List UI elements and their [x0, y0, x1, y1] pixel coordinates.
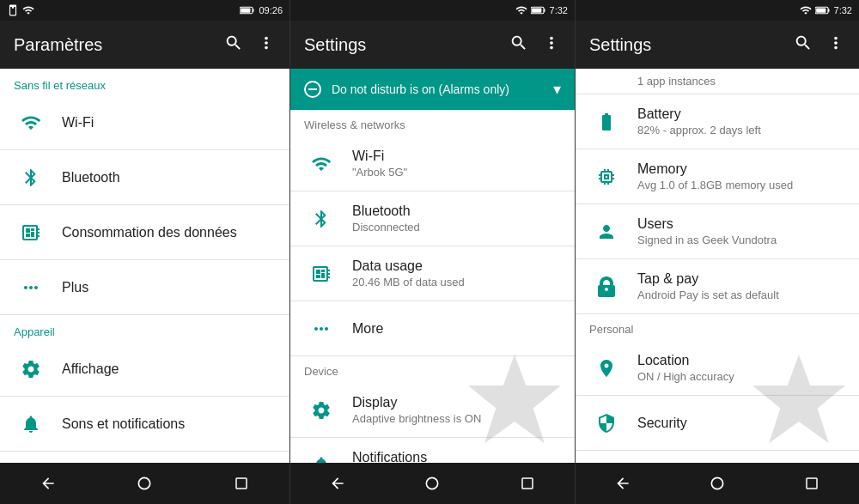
battery-icon-mid — [531, 5, 546, 15]
status-bar-left: 09:26 — [0, 0, 289, 21]
data-subtitle-mid: 20.46 MB of data used — [352, 276, 465, 288]
item-data-left[interactable]: Consommation des données — [0, 205, 289, 260]
location-text-right: Location ON / High accuracy — [637, 353, 734, 383]
toolbar-mid: Settings — [290, 21, 575, 69]
notifications-text-mid: Notifications 48 apps installed — [352, 450, 436, 463]
item-more-left[interactable]: Plus — [0, 260, 289, 315]
data-title-mid: Data usage — [352, 258, 465, 274]
item-accounts-right[interactable]: Accounts — [576, 451, 859, 463]
svg-rect-2 — [241, 8, 251, 12]
toolbar-icons-mid — [509, 33, 561, 57]
svg-rect-7 — [532, 8, 541, 12]
bluetooth-title-left: Bluetooth — [62, 170, 120, 185]
section-device-mid: Device — [290, 356, 575, 383]
tappay-text-right: Tap & pay Android Pay is set as default — [637, 271, 779, 301]
tappay-icon-right — [589, 270, 624, 304]
bluetooth-title-mid: Bluetooth — [352, 203, 420, 219]
settings-list-right: Battery 82% - approx. 2 days left Memory… — [576, 94, 859, 463]
item-sound-left[interactable]: Sons et notifications — [0, 397, 289, 452]
wifi-title-mid: Wi-Fi — [352, 149, 407, 164]
memory-icon-right — [589, 160, 624, 194]
item-users-right[interactable]: Users Signed in as Geek Vundotra — [576, 204, 859, 259]
settings-list-left: Wi-Fi Bluetooth Consommation des données — [0, 95, 289, 463]
home-button-right[interactable] — [700, 466, 734, 501]
dnd-banner[interactable]: Do not disturb is on (Alarms only) ▾ — [290, 69, 575, 110]
status-right-mid: 7:32 — [515, 4, 568, 16]
users-text-right: Users Signed in as Geek Vundotra — [637, 216, 777, 246]
wifi-text-left: Wi-Fi — [62, 115, 94, 131]
svg-rect-4 — [236, 478, 247, 489]
search-icon-right[interactable] — [794, 33, 813, 57]
page-title-left: Paramètres — [14, 35, 224, 55]
item-security-right[interactable]: Security — [576, 396, 859, 451]
home-button-mid[interactable] — [415, 466, 449, 501]
memory-text-right: Memory Avg 1.0 of 1.8GB memory used — [637, 161, 793, 191]
overflow-icon-right[interactable] — [826, 33, 845, 57]
battery-icon-item-right — [589, 105, 624, 139]
nav-bar-left — [0, 463, 289, 504]
status-time-mid: 7:32 — [550, 5, 568, 15]
notifications-icon-mid — [304, 448, 338, 464]
overflow-icon-mid[interactable] — [542, 33, 561, 57]
dnd-minus-icon — [304, 81, 321, 98]
battery-text-right: Battery 82% - approx. 2 days left — [637, 106, 761, 137]
wifi-icon-mid — [304, 147, 338, 181]
search-icon[interactable] — [224, 33, 243, 57]
sim-icon — [7, 4, 19, 16]
home-button-left[interactable] — [127, 466, 161, 501]
recents-button-left[interactable] — [224, 466, 259, 501]
back-button-right[interactable] — [606, 466, 640, 501]
data-icon-left — [14, 216, 48, 250]
status-bar-right: 09:26 — [240, 5, 283, 15]
svg-point-9 — [427, 477, 438, 489]
item-apps-left[interactable]: Applications — [0, 452, 289, 463]
item-battery-right[interactable]: Battery 82% - approx. 2 days left — [576, 94, 859, 149]
item-bluetooth-mid[interactable]: Bluetooth Disconnected — [290, 191, 575, 246]
more-icon-mid — [304, 312, 338, 346]
item-display-mid[interactable]: Display Adaptive brightness is ON — [290, 383, 575, 438]
display-text-left: Affichage — [62, 361, 119, 377]
status-right-right: 7:32 — [800, 4, 852, 16]
item-tappay-right[interactable]: Tap & pay Android Pay is set as default — [576, 259, 859, 314]
dnd-text: Do not disturb is on (Alarms only) — [332, 82, 553, 96]
location-title-right: Location — [637, 353, 734, 368]
recents-button-mid[interactable] — [510, 466, 545, 501]
wifi-icon-status — [22, 4, 34, 16]
battery-subtitle-right: 82% - approx. 2 days left — [637, 124, 761, 137]
item-data-mid[interactable]: Data usage 20.46 MB of data used — [290, 246, 575, 301]
memory-title-right: Memory — [637, 161, 793, 177]
status-bar-mid: 7:32 — [290, 0, 575, 21]
item-more-mid[interactable]: More — [290, 301, 575, 356]
item-bluetooth-left[interactable]: Bluetooth — [0, 150, 289, 205]
page-title-mid: Settings — [304, 35, 509, 55]
svg-rect-12 — [828, 9, 830, 12]
status-time-left: 09:26 — [259, 5, 283, 15]
item-wifi-mid[interactable]: Wi-Fi "Arbok 5G" — [290, 137, 575, 191]
data-icon-mid — [304, 257, 338, 291]
item-display-left[interactable]: Affichage — [0, 342, 289, 397]
signal-icon-mid — [515, 4, 527, 16]
recents-button-right[interactable] — [795, 466, 829, 501]
svg-rect-13 — [816, 8, 825, 12]
item-wifi-left[interactable]: Wi-Fi — [0, 95, 289, 150]
item-location-right[interactable]: Location ON / High accuracy — [576, 341, 859, 396]
search-icon-mid[interactable] — [509, 33, 528, 57]
panel-right: 7:32 Settings 1 app instances — [576, 0, 859, 504]
notifications-title-mid: Notifications — [352, 450, 436, 463]
toolbar-left: Paramètres — [0, 21, 289, 69]
display-subtitle-mid: Adaptive brightness is ON — [352, 412, 481, 425]
tappay-subtitle-right: Android Pay is set as default — [637, 288, 779, 301]
more-title-left: Plus — [62, 280, 88, 295]
bluetooth-text-mid: Bluetooth Disconnected — [352, 203, 420, 234]
tappay-title-right: Tap & pay — [637, 271, 779, 287]
users-title-right: Users — [637, 216, 777, 232]
svg-rect-10 — [522, 478, 533, 489]
back-button-mid[interactable] — [320, 466, 355, 501]
location-icon-right — [589, 351, 624, 386]
data-text-mid: Data usage 20.46 MB of data used — [352, 258, 465, 288]
wifi-subtitle-mid: "Arbok 5G" — [352, 166, 407, 179]
back-button-left[interactable] — [31, 466, 65, 501]
item-memory-right[interactable]: Memory Avg 1.0 of 1.8GB memory used — [576, 149, 859, 204]
overflow-icon[interactable] — [257, 33, 276, 57]
item-notifications-mid[interactable]: Notifications 48 apps installed — [290, 438, 575, 463]
